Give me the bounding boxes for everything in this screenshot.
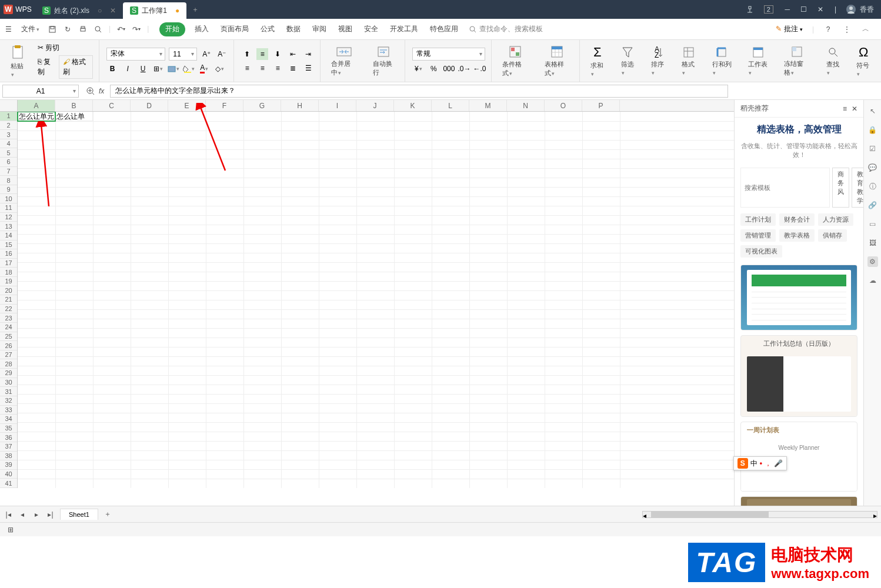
painter-button[interactable]: 🖌 格式刷 [59,55,93,79]
row-header[interactable]: 3 [0,130,17,139]
hamburger-icon[interactable]: ☰ [4,25,13,34]
col-header[interactable]: I [319,100,356,111]
col-header[interactable]: A [18,100,55,111]
col-header[interactable]: G [243,100,281,111]
shrink-font-icon[interactable]: A⁻ [216,48,228,60]
rail-cloud-icon[interactable]: ☁ [867,275,878,286]
percent-icon[interactable]: % [428,63,439,75]
row-header[interactable]: 4 [0,139,17,149]
refresh-icon[interactable]: ↻ [63,25,72,34]
row-header[interactable]: 5 [0,148,17,158]
row-header[interactable]: 25 [0,332,17,342]
avatar-icon[interactable] [846,4,856,15]
col-header[interactable]: M [469,100,507,111]
more-icon[interactable]: ⋮ [842,25,852,34]
tag-item[interactable]: 营销管理 [740,229,776,242]
fill-color-icon[interactable] [183,63,195,75]
row-header[interactable]: 26 [0,341,17,350]
menu-insert[interactable]: 插入 [189,19,215,40]
row-header[interactable]: 23 [0,313,17,323]
freeze-button[interactable]: 冻结窗格 [780,44,813,78]
table-style-button[interactable]: 表格样式 [541,44,573,79]
close-icon[interactable]: ✕ [110,6,116,15]
zoom-icon[interactable] [86,86,95,96]
menu-view[interactable]: 视图 [332,19,358,40]
row-header[interactable]: 21 [0,295,17,305]
currency-icon[interactable]: ¥ [412,63,424,75]
col-header[interactable]: K [394,100,432,111]
tag-item[interactable]: 供销存 [818,229,847,242]
col-header[interactable]: E [168,100,206,111]
distribute-icon[interactable]: ☰ [302,62,314,74]
font-select[interactable]: 宋体 [106,48,165,61]
select-all-corner[interactable] [0,100,18,111]
hscrollbar[interactable]: ◂ ▸ [642,511,877,518]
font-color-icon[interactable]: A [198,63,210,75]
redo-icon[interactable]: ↷▾ [132,25,141,34]
minimize-icon[interactable]: ─ [783,5,792,14]
fx-icon[interactable]: fx [99,87,104,95]
share-icon[interactable] [745,5,755,14]
row-header[interactable]: 29 [0,369,17,378]
rail-link-icon[interactable]: 🔗 [867,200,878,211]
row-header[interactable]: 1 [0,112,17,121]
row-header[interactable]: 35 [0,424,17,433]
rail-info-icon[interactable]: ⓘ [867,181,878,192]
col-header[interactable]: C [93,100,131,111]
filter-button[interactable]: 筛选 [618,45,639,77]
row-header[interactable]: 13 [0,222,17,231]
status-icon[interactable]: ⊞ [6,525,15,534]
col-header[interactable]: P [582,100,620,111]
grow-font-icon[interactable]: A⁺ [201,48,212,60]
align-right-icon[interactable]: ≡ [272,62,283,74]
col-header[interactable]: B [55,100,93,111]
doc-tab-1[interactable]: S 姓名 (2).xls ○ ✕ [35,2,123,19]
collapse-icon[interactable]: ︿ [861,25,870,34]
align-mid-icon[interactable]: ≡ [256,48,268,60]
col-header[interactable]: L [432,100,469,111]
bold-icon[interactable]: B [106,63,118,75]
rail-image-icon[interactable]: 🖼 [867,238,878,248]
underline-icon[interactable]: U [137,63,149,75]
italic-icon[interactable]: I [122,63,134,75]
col-header[interactable]: J [356,100,394,111]
align-bot-icon[interactable]: ⬇ [272,48,283,60]
side-close-icon[interactable]: ✕ [852,105,857,113]
row-header[interactable]: 27 [0,350,17,360]
row-header[interactable]: 14 [0,231,17,240]
undo-icon[interactable]: ↶▾ [116,25,126,34]
tag-item[interactable]: 教学表格 [779,229,815,242]
tag-item[interactable]: 财务会计 [779,213,815,226]
row-header[interactable]: 36 [0,433,17,442]
menu-formula[interactable]: 公式 [255,19,281,40]
menu-dev[interactable]: 开发工具 [384,19,424,40]
save-icon[interactable] [48,25,57,34]
doc-tab-2[interactable]: S 工作簿1 ● [123,2,186,19]
format-button[interactable]: 格式 [678,45,699,77]
side-filter-1[interactable]: 商务风 [832,168,849,208]
menu-layout[interactable]: 页面布局 [215,19,255,40]
copy-button[interactable]: ⎘ 复制 [38,57,55,77]
rail-select-icon[interactable]: ☑ [867,143,878,154]
row-header[interactable]: 18 [0,268,17,277]
name-box[interactable]: A1 [2,85,79,98]
col-header[interactable]: H [281,100,319,111]
preview-icon[interactable] [94,25,103,34]
merge-button[interactable]: 合并居中 [328,44,360,78]
inc-dec-icon[interactable]: .0→ [458,63,470,75]
side-settings-icon[interactable]: ≡ [843,105,847,113]
row-header[interactable]: 20 [0,286,17,296]
print-icon[interactable] [78,25,88,34]
tag-item[interactable]: 工作计划 [740,213,776,226]
indent-inc-icon[interactable]: ⇥ [302,48,314,60]
row-header[interactable]: 28 [0,359,17,369]
row-header[interactable]: 6 [0,158,17,167]
rail-book-icon[interactable]: ▭ [867,219,878,229]
worksheet-button[interactable]: 工作表 [745,45,771,77]
rowcol-button[interactable]: 行和列 [709,45,735,77]
formula-bar[interactable]: 怎么让单元格中的文字全部显示出来？ [110,85,728,98]
row-header[interactable]: 9 [0,185,17,195]
ime-mic-icon[interactable]: 🎤 [774,459,783,467]
thousand-icon[interactable]: 000 [443,63,455,75]
row-header[interactable]: 2 [0,121,17,131]
